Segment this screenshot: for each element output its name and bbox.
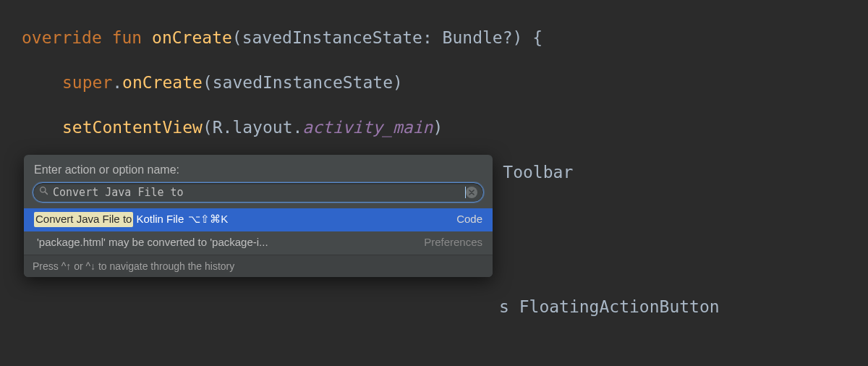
args-super: (savedInstanceState) (203, 73, 403, 92)
popup-item-convert-kotlin[interactable]: Convert Java File to Kotlin File ⌥⇧⌘K Co… (24, 208, 493, 231)
popup-results: Convert Java File to Kotlin File ⌥⇧⌘K Co… (24, 208, 493, 255)
popup-item-package-info[interactable]: 'package.html' may be converted to 'pack… (24, 231, 493, 255)
sig-onCreate: (savedInstanceState: Bundle?) { (232, 28, 542, 47)
match-rest: Kotlin File (136, 212, 184, 226)
match-highlight: Convert Java File to (34, 212, 133, 226)
match-rest: 'package.html' may be converted to 'pack… (37, 235, 268, 250)
svg-line-1 (45, 192, 47, 194)
find-action-popup: Enter action or option name: Convert Jav… (24, 155, 493, 277)
popup-footer-hint: Press ^↑ or ^↓ to navigate through the h… (24, 255, 493, 278)
category-label: Preferences (424, 235, 482, 250)
popup-label: Enter action or option name: (24, 155, 493, 182)
search-icon (39, 185, 48, 199)
search-input[interactable] (53, 186, 464, 199)
kw-override: override (22, 28, 102, 47)
shortcut-label: ⌥⇧⌘K (188, 212, 228, 226)
kw-fun: fun (112, 28, 142, 47)
fn-onCreate: onCreate (152, 28, 232, 47)
dot: . (112, 73, 122, 92)
clear-icon[interactable] (466, 187, 477, 198)
field-activity-main: activity_main (302, 118, 433, 137)
fn-setContentView: setContentView (62, 118, 203, 137)
kw-super: super (62, 73, 112, 92)
p-setContentView-2: ) (433, 118, 443, 137)
search-field-wrap[interactable] (33, 182, 484, 203)
p-setContentView-1: (R.layout. (203, 118, 302, 137)
fn-super-onCreate: onCreate (122, 73, 203, 92)
type-fab-tail: s FloatingActionButton (499, 297, 720, 316)
category-label: Code (456, 212, 482, 226)
type-toolbar: Toolbar (493, 163, 573, 182)
